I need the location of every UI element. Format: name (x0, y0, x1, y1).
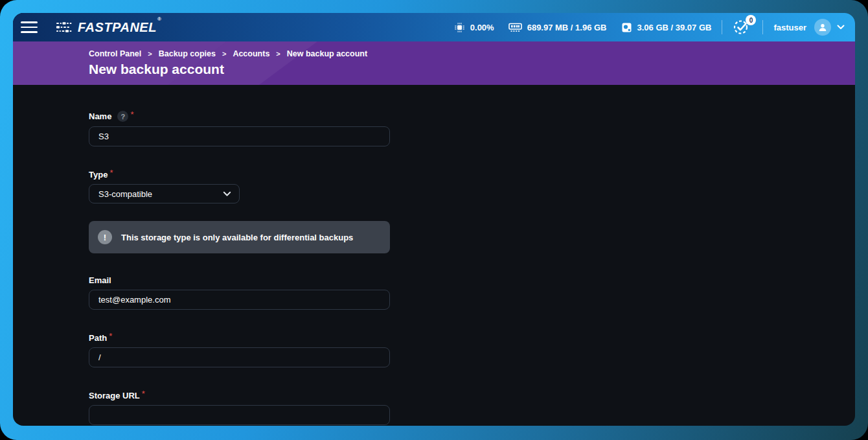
path-label: Path (89, 333, 107, 343)
type-label: Type (89, 170, 108, 179)
avatar (814, 19, 831, 36)
name-label: Name (89, 111, 111, 121)
cpu-usage-value: 0.00% (470, 23, 494, 32)
breadcrumb-separator: > (222, 50, 226, 58)
stat-disk: 3.06 GB / 39.07 GB (621, 22, 712, 33)
info-banner: ! This storage type is only available fo… (89, 221, 390, 253)
cpu-icon (454, 22, 465, 33)
info-banner-text: This storage type is only available for … (121, 233, 353, 242)
breadcrumb: Control Panel > Backup copies > Accounts… (89, 41, 855, 58)
chevron-down-icon (223, 191, 231, 197)
help-icon[interactable]: ? (117, 111, 128, 122)
chevron-down-icon (837, 25, 845, 30)
name-input[interactable] (89, 126, 390, 146)
path-input[interactable] (89, 347, 390, 367)
breadcrumb-control-panel[interactable]: Control Panel (89, 49, 141, 58)
storage-url-input[interactable] (89, 405, 390, 425)
field-storage-url: Storage URL * (89, 391, 855, 425)
breadcrumb-current: New backup account (287, 49, 367, 58)
app-window: FASTPANEL® 0.00% (13, 13, 855, 426)
type-select[interactable]: S3-compatible (89, 184, 240, 203)
field-name: Name ? * (89, 111, 855, 146)
stat-cpu: 0.00% (454, 22, 494, 33)
username: fastuser (773, 23, 806, 32)
required-mark: * (109, 331, 112, 341)
logo[interactable]: FASTPANEL® (56, 20, 161, 35)
person-icon (817, 21, 828, 33)
registered-mark: ® (157, 16, 161, 22)
topbar: FASTPANEL® 0.00% (13, 13, 855, 41)
breadcrumb-backup-copies[interactable]: Backup copies (159, 49, 216, 58)
topbar-right: 0.00% 689.97 MB / 1.96 GB 3.06 GB / 39.0… (440, 17, 845, 37)
page-title: New backup account (89, 62, 855, 77)
field-path: Path * (89, 333, 855, 367)
user-menu[interactable]: fastuser (773, 19, 845, 36)
menu-icon[interactable] (21, 21, 38, 33)
divider (722, 20, 722, 34)
memory-usage-value: 689.97 MB / 1.96 GB (527, 23, 607, 32)
form-content: Name ? * Type * S3-compatible ! This sto… (13, 85, 855, 426)
tasks-count-badge: 0 (746, 15, 756, 25)
email-input[interactable] (89, 290, 390, 310)
type-select-value: S3-compatible (98, 189, 152, 199)
tasks-button[interactable]: 0 (733, 17, 752, 37)
required-mark: * (142, 389, 145, 399)
breadcrumb-separator: > (148, 50, 152, 58)
breadcrumb-separator: > (276, 50, 280, 58)
ram-icon (508, 22, 522, 32)
disk-icon (621, 22, 632, 33)
required-mark: * (130, 110, 133, 119)
exclamation-icon: ! (98, 230, 112, 244)
disk-usage-value: 3.06 GB / 39.07 GB (637, 23, 712, 32)
window-frame: FASTPANEL® 0.00% (0, 0, 868, 440)
fastpanel-sliders-icon (56, 21, 73, 34)
required-mark: * (109, 168, 113, 178)
email-label: Email (89, 275, 111, 285)
page-header: Control Panel > Backup copies > Accounts… (13, 41, 855, 85)
divider (762, 20, 763, 34)
field-email: Email (89, 275, 855, 310)
logo-text: FASTPANEL® (78, 20, 161, 35)
breadcrumb-accounts[interactable]: Accounts (233, 49, 269, 58)
storage-url-label: Storage URL (89, 391, 140, 400)
stat-memory: 689.97 MB / 1.96 GB (508, 22, 607, 32)
field-type: Type * S3-compatible (89, 170, 855, 203)
